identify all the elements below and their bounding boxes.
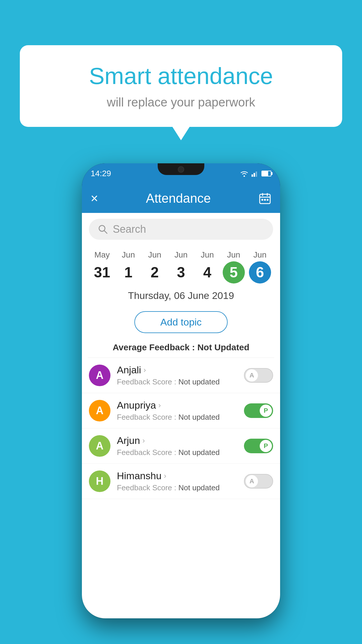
attendance-toggle[interactable]: A [244,368,273,383]
student-info: Anupriya ›Feedback Score : Not updated [117,400,244,422]
close-icon[interactable]: × [91,191,98,206]
svg-rect-1 [252,174,253,177]
list-item: AAnjali ›Feedback Score : Not updatedA [82,358,280,393]
bubble-title: Smart attendance [43,63,319,90]
date-month: Jun [122,250,135,260]
date-col[interactable]: Jun5 [220,250,247,284]
student-feedback: Feedback Score : Not updated [117,448,244,457]
date-month: Jun [227,250,240,260]
avatar: A [89,365,110,386]
selected-date-label: Thursday, 06 June 2019 [82,286,280,305]
date-number[interactable]: 4 [196,261,218,284]
toggle-thumb: A [246,369,258,382]
avg-feedback-label: Average Feedback : [113,342,195,352]
date-number[interactable]: 5 [223,261,245,284]
phone-outer: 14:29 [82,163,280,618]
status-icons [240,170,271,177]
avg-feedback: Average Feedback : Not Updated [82,339,280,358]
student-name[interactable]: Anupriya › [117,400,244,411]
attendance-toggle[interactable]: P [244,439,273,453]
toggle-thumb: A [246,475,258,487]
date-number[interactable]: 6 [249,261,271,284]
wifi-icon [240,170,249,177]
date-col[interactable]: Jun2 [142,250,168,284]
toggle-thumb: P [260,405,272,417]
student-feedback: Feedback Score : Not updated [117,377,244,386]
feedback-value: Not updated [178,377,220,386]
date-col[interactable]: Jun1 [115,250,141,284]
speech-bubble: Smart attendance will replace your paper… [20,45,342,127]
app-header: × Attendance [82,184,280,213]
calendar-icon[interactable] [259,192,271,205]
add-topic-button[interactable]: Add topic [134,311,228,333]
student-info: Anjali ›Feedback Score : Not updated [117,364,244,386]
feedback-value: Not updated [178,413,220,421]
student-feedback: Feedback Score : Not updated [117,413,244,422]
date-number[interactable]: 1 [117,261,139,284]
date-number[interactable]: 2 [144,261,166,284]
date-number[interactable]: 3 [170,261,192,284]
search-icon [98,224,108,235]
svg-rect-10 [267,199,268,201]
avatar: A [89,435,110,457]
date-col[interactable]: Jun6 [247,250,273,284]
date-row: May31Jun1Jun2Jun3Jun4Jun5Jun6 [82,246,280,286]
svg-rect-8 [261,199,263,201]
student-info: Himanshu ›Feedback Score : Not updated [117,470,244,492]
status-time: 14:29 [91,169,111,178]
search-placeholder: Search [113,223,146,235]
speech-bubble-container: Smart attendance will replace your paper… [20,45,342,127]
date-col[interactable]: Jun4 [194,250,220,284]
list-item: AArjun ›Feedback Score : Not updatedP [82,428,280,464]
date-number[interactable]: 31 [91,261,113,284]
avatar: H [89,470,110,492]
student-list: AAnjali ›Feedback Score : Not updatedAAA… [82,358,280,499]
svg-rect-2 [254,173,255,177]
student-feedback: Feedback Score : Not updated [117,483,244,492]
screen-content: Search May31Jun1Jun2Jun3Jun4Jun5Jun6 Thu… [82,213,280,618]
chevron-right-icon: › [143,365,146,374]
feedback-value: Not updated [178,483,220,492]
date-col[interactable]: Jun3 [168,250,194,284]
phone-notch [158,163,204,175]
student-info: Arjun ›Feedback Score : Not updated [117,435,244,457]
svg-rect-3 [256,172,257,177]
date-col[interactable]: May31 [89,250,115,284]
chevron-right-icon: › [164,471,166,480]
date-month: May [94,250,110,260]
bubble-subtitle: will replace your paperwork [43,95,319,109]
svg-rect-9 [264,199,266,201]
signal-icon [252,170,259,177]
attendance-toggle[interactable]: A [244,474,273,489]
chevron-right-icon: › [142,436,145,445]
phone-camera [178,166,184,173]
avatar: A [89,400,110,421]
student-name[interactable]: Himanshu › [117,470,244,482]
phone-wrapper: 14:29 [82,163,280,618]
search-bar[interactable]: Search [89,219,273,240]
date-month: Jun [174,250,187,260]
feedback-value: Not updated [178,448,220,457]
svg-point-0 [244,176,245,177]
date-month: Jun [201,250,214,260]
app-title: Attendance [146,191,211,206]
battery-icon [261,171,271,176]
date-month: Jun [148,250,161,260]
toggle-thumb: P [260,440,272,452]
attendance-toggle[interactable]: P [244,403,273,418]
list-item: HHimanshu ›Feedback Score : Not updatedA [82,464,280,499]
date-month: Jun [253,250,266,260]
student-name[interactable]: Arjun › [117,435,244,446]
svg-line-12 [104,230,107,233]
chevron-right-icon: › [158,401,161,410]
student-name[interactable]: Anjali › [117,364,244,376]
list-item: AAnupriya ›Feedback Score : Not updatedP [82,393,280,428]
avg-feedback-value: Not Updated [197,342,249,352]
